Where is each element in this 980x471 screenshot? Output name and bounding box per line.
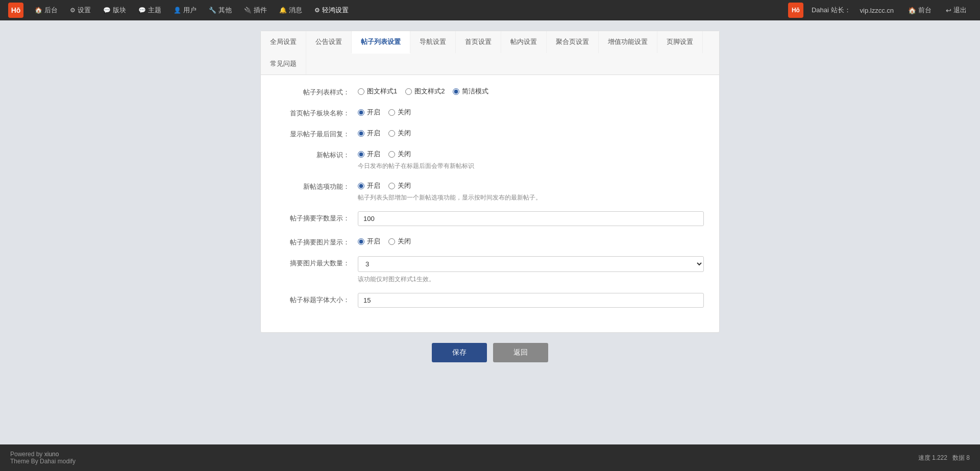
radio-simple[interactable]: 简洁模式 [453,87,488,96]
control-home-board-name: 开启 关闭 [358,106,704,117]
radio-slr-close-input[interactable] [388,130,395,137]
radio-si-open-input[interactable] [358,238,364,245]
radio-npb-open-input[interactable] [358,151,364,158]
radio-style1[interactable]: 图文样式1 [358,87,397,96]
btn-area: 保存 返回 [432,343,548,362]
settings-panel: 全局设置 公告设置 帖子列表设置 导航设置 首页设置 帖内设置 聚合页设置 增值… [260,31,720,333]
radio-slr-close[interactable]: 关闭 [388,129,411,138]
form-row-max-images: 摘要图片最大数量： 1 2 3 4 5 该功能仅对图文样式1生效。 [276,256,704,284]
xiuno-link[interactable]: xiuno [44,451,59,458]
radio-npo-open[interactable]: 开启 [358,181,380,190]
radio-npb-open[interactable]: 开启 [358,150,380,159]
radio-hbn-open[interactable]: 开启 [358,108,380,117]
radio-hbn-close[interactable]: 关闭 [388,108,411,117]
form-row-summary-chars: 帖子摘要字数显示： [276,211,704,226]
data-value: 8 [966,454,970,461]
radio-group-post-list-style: 图文样式1 图文样式2 简洁模式 [358,85,704,96]
radio-npb-close[interactable]: 关闭 [388,150,411,159]
radio-npb-close-input[interactable] [388,151,395,158]
radio-npo-close-input[interactable] [388,183,395,189]
top-right-logo: Hō [788,3,803,18]
front-link[interactable]: 🏠 前台 [903,4,937,17]
control-summary-chars [358,211,704,226]
radio-hbn-open-input[interactable] [358,109,364,116]
hint-new-post-option: 帖子列表头部增加一个新帖选项功能，显示按时间发布的最新帖子。 [358,193,704,202]
nav-item-themes[interactable]: 💬 主题 [133,4,166,17]
nav-item-other[interactable]: 🔧 其他 [204,4,237,17]
radio-slr-open-input[interactable] [358,130,364,137]
input-title-font-size[interactable] [358,293,704,308]
home-icon: 🏠 [35,7,42,14]
nav-item-users[interactable]: 👤 用户 [168,4,202,17]
label-title-font-size: 帖子标题字体大小： [276,293,358,305]
back-button[interactable]: 返回 [493,343,548,362]
label-show-last-reply: 显示帖子最后回复： [276,127,358,139]
tab-advanced[interactable]: 增值功能设置 [599,31,657,53]
footer: Powered by xiuno Theme By Dahai modify 速… [0,444,980,471]
modules-icon: 💬 [103,7,111,14]
messages-icon: 🔔 [279,7,287,14]
radio-npo-open-input[interactable] [358,183,364,189]
logout-icon: ↩ [946,7,951,14]
tab-home[interactable]: 首页设置 [456,31,501,53]
label-summary-chars: 帖子摘要字数显示： [276,211,358,223]
settings-icon: ⚙ [70,7,76,14]
top-navigation: Hō 🏠 后台 ⚙ 设置 💬 版块 💬 主题 👤 用户 🔧 其他 🔌 插件 [0,0,980,20]
label-summary-image: 帖子摘要图片显示： [276,235,358,247]
tab-faq[interactable]: 常见问题 [261,53,306,75]
label-max-images: 摘要图片最大数量： [276,256,358,268]
label-new-post-option: 新帖选项功能： [276,180,358,191]
form-content: 帖子列表样式： 图文样式1 图文样式2 简洁模式 [261,75,719,332]
other-icon: 🔧 [209,7,216,14]
select-max-images[interactable]: 1 2 3 4 5 [358,256,704,272]
nav-right: Hō Dahai 站长： vip.lzzcc.cn 🏠 前台 ↩ 退出 [788,3,972,18]
tab-footer[interactable]: 页脚设置 [657,31,703,53]
logo: Hō [8,3,23,18]
form-row-new-post-option: 新帖选项功能： 开启 关闭 帖子列表头部增加一个新帖选项功能，显示按时间发布的最… [276,180,704,202]
control-show-last-reply: 开启 关闭 [358,127,704,138]
tab-nav[interactable]: 导航设置 [410,31,456,53]
input-summary-chars[interactable] [358,211,704,226]
radio-group-new-post-option: 开启 关闭 [358,180,704,190]
footer-left: Powered by xiuno Theme By Dahai modify [10,451,76,465]
plugins-icon: 🔌 [244,7,252,14]
radio-style1-input[interactable] [358,88,364,95]
nav-item-qinghong[interactable]: ⚙ 轻鸿设置 [309,4,354,17]
form-row-title-font-size: 帖子标题字体大小： [276,293,704,308]
radio-simple-input[interactable] [453,88,459,95]
nav-item-modules[interactable]: 💬 版块 [98,4,131,17]
qinghong-icon: ⚙ [314,7,320,14]
control-post-list-style: 图文样式1 图文样式2 简洁模式 [358,85,704,96]
radio-style2-input[interactable] [405,88,412,95]
tabs-bar: 全局设置 公告设置 帖子列表设置 导航设置 首页设置 帖内设置 聚合页设置 增值… [261,31,719,75]
themes-icon: 💬 [138,7,146,14]
label-post-list-style: 帖子列表样式： [276,85,358,97]
tab-global[interactable]: 全局设置 [261,31,306,53]
radio-slr-open[interactable]: 开启 [358,129,380,138]
radio-npo-close[interactable]: 关闭 [388,181,411,190]
hint-new-post-badge: 今日发布的帖子在标题后面会带有新帖标识 [358,162,704,170]
control-new-post-option: 开启 关闭 帖子列表头部增加一个新帖选项功能，显示按时间发布的最新帖子。 [358,180,704,202]
nav-item-home[interactable]: 🏠 后台 [30,4,63,17]
radio-group-home-board-name: 开启 关闭 [358,106,704,117]
form-row-show-last-reply: 显示帖子最后回复： 开启 关闭 [276,127,704,139]
sitemaster-label: Dahai 站长： [812,6,851,15]
tab-post-list[interactable]: 帖子列表设置 [352,31,410,54]
tab-aggregate[interactable]: 聚合页设置 [547,31,599,53]
nav-item-messages[interactable]: 🔔 消息 [274,4,307,17]
speed-value: 1.222 [932,454,947,461]
control-new-post-badge: 开启 关闭 今日发布的帖子在标题后面会带有新帖标识 [358,148,704,170]
nav-item-plugins[interactable]: 🔌 插件 [239,4,272,17]
radio-si-open[interactable]: 开启 [358,237,380,246]
logout-link[interactable]: ↩ 退出 [941,4,972,17]
site-url-link[interactable]: vip.lzzcc.cn [855,5,899,16]
save-button[interactable]: 保存 [432,343,487,362]
radio-si-close[interactable]: 关闭 [388,237,411,246]
radio-si-close-input[interactable] [388,238,395,245]
nav-item-settings[interactable]: ⚙ 设置 [65,4,96,17]
radio-style2[interactable]: 图文样式2 [405,87,445,96]
tab-notice[interactable]: 公告设置 [306,31,352,53]
control-max-images: 1 2 3 4 5 该功能仅对图文样式1生效。 [358,256,704,284]
tab-post[interactable]: 帖内设置 [501,31,547,53]
radio-hbn-close-input[interactable] [388,109,395,116]
